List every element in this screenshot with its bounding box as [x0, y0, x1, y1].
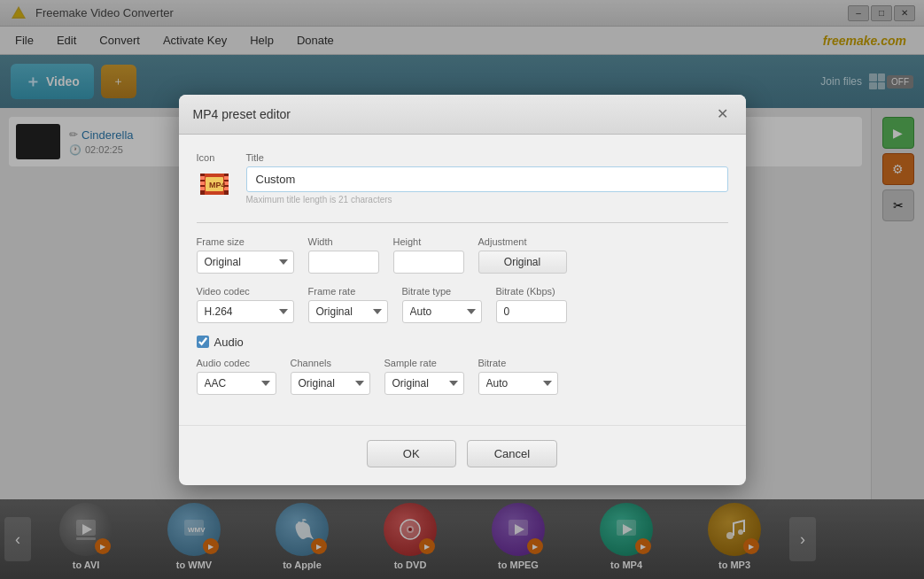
audio-row: Audio [197, 336, 728, 349]
icon-label: Icon [197, 152, 232, 163]
frame-rate-select[interactable]: Original [308, 300, 388, 323]
bitrate-kbps-input[interactable] [496, 300, 567, 323]
mp4-preset-modal: MP4 preset editor ✕ Icon [179, 95, 746, 485]
modal-header: MP4 preset editor ✕ [179, 95, 746, 135]
width-group: Width [308, 236, 379, 274]
sample-rate-group: Sample rate Original [384, 358, 464, 395]
video-codec-label: Video codec [197, 286, 294, 297]
height-label: Height [393, 236, 464, 247]
channels-group: Channels Original [291, 358, 370, 395]
adjustment-group: Adjustment Original [478, 236, 567, 274]
cancel-button[interactable]: Cancel [467, 440, 557, 467]
audio-bitrate-group: Bitrate Auto [478, 358, 558, 395]
audio-codec-group: Audio codec AAC [197, 358, 276, 395]
audio-bitrate-label: Bitrate [478, 358, 558, 368]
bitrate-type-select[interactable]: Auto [402, 300, 482, 323]
audio-codec-row: Audio codec AAC Channels Original Sample… [197, 358, 728, 395]
modal-close-button[interactable]: ✕ [714, 105, 732, 123]
title-field-label: Title [246, 152, 728, 163]
width-input[interactable] [308, 251, 379, 274]
modal-title: MP4 preset editor [193, 107, 291, 121]
icon-title-row: Icon MP4 [197, 152, 728, 205]
audio-codec-select[interactable]: AAC [197, 372, 276, 395]
svg-rect-22 [224, 176, 229, 180]
frame-size-label: Frame size [197, 236, 294, 247]
channels-select[interactable]: Original [291, 372, 370, 395]
title-section: Title Maximum title length is 21 charact… [246, 152, 728, 205]
frame-size-group: Frame size Original [197, 236, 294, 274]
bitrate-type-group: Bitrate type Auto [402, 286, 482, 323]
audio-checkbox[interactable] [197, 336, 209, 348]
title-input[interactable] [246, 166, 728, 192]
svg-rect-20 [200, 181, 205, 185]
audio-bitrate-select[interactable]: Auto [478, 372, 558, 395]
title-hint: Maximum title length is 21 characters [246, 195, 728, 205]
modal-body: Icon MP4 [179, 135, 746, 425]
audio-label: Audio [214, 336, 244, 349]
film-icon: MP4 [197, 166, 232, 202]
adjustment-label: Adjustment [478, 236, 567, 247]
video-codec-row: Video codec H.264 Frame rate Original Bi… [197, 286, 728, 323]
height-input[interactable] [393, 251, 464, 274]
modal-overlay: MP4 preset editor ✕ Icon [0, 0, 924, 579]
icon-section: Icon MP4 [197, 152, 232, 202]
sample-rate-label: Sample rate [384, 358, 464, 368]
ok-button[interactable]: OK [367, 440, 456, 467]
svg-rect-19 [200, 176, 205, 180]
frame-rate-group: Frame rate Original [308, 286, 388, 323]
video-codec-group: Video codec H.264 [197, 286, 294, 323]
bitrate-type-label: Bitrate type [402, 286, 482, 297]
channels-label: Channels [291, 358, 370, 368]
audio-codec-label: Audio codec [197, 358, 276, 368]
sample-rate-select[interactable]: Original [384, 372, 464, 395]
modal-footer: OK Cancel [179, 425, 746, 485]
video-codec-select[interactable]: H.264 [197, 300, 294, 323]
divider-1 [197, 222, 728, 223]
height-group: Height [393, 236, 464, 274]
adjustment-button[interactable]: Original [478, 251, 567, 274]
svg-rect-21 [200, 187, 205, 190]
bitrate-kbps-group: Bitrate (Kbps) [496, 286, 567, 323]
width-label: Width [308, 236, 379, 247]
bitrate-kbps-label: Bitrate (Kbps) [496, 286, 567, 297]
frame-rate-label: Frame rate [308, 286, 388, 297]
frame-size-select[interactable]: Original [197, 251, 294, 274]
frame-size-row: Frame size Original Width Height Adjustm… [197, 236, 728, 274]
svg-text:MP4: MP4 [209, 181, 226, 189]
